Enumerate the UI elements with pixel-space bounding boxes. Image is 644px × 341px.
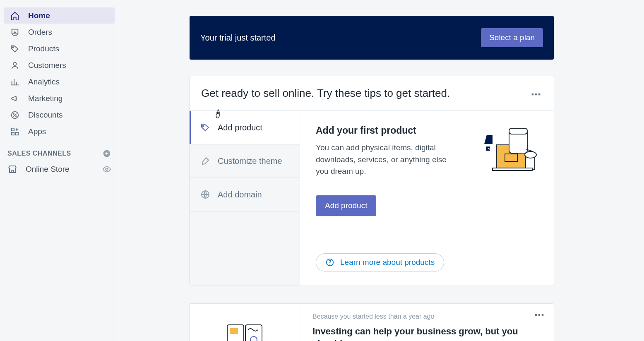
svg-point-13 xyxy=(203,125,204,127)
invest-meta: Because you started less than a year ago xyxy=(312,313,541,320)
svg-rect-26 xyxy=(245,325,262,341)
setup-card: Get ready to sell online. Try these tips… xyxy=(190,76,554,286)
setup-tabs: Add product Customize theme Add domain xyxy=(190,111,300,286)
setup-tab-label: Add domain xyxy=(218,190,262,199)
nav-label: Orders xyxy=(28,28,52,37)
setup-card-header: Get ready to sell online. Try these tips… xyxy=(190,76,554,111)
svg-point-19 xyxy=(525,151,536,158)
megaphone-icon xyxy=(10,94,20,103)
svg-point-9 xyxy=(106,168,108,170)
channel-online-store[interactable]: Online Store xyxy=(0,161,119,178)
nav-item-analytics[interactable]: Analytics xyxy=(4,74,115,90)
svg-rect-5 xyxy=(12,128,14,130)
nav-item-apps[interactable]: Apps xyxy=(4,123,115,139)
nav-item-marketing[interactable]: Marketing xyxy=(4,90,115,106)
add-channel-button[interactable] xyxy=(102,149,111,158)
setup-tab-label: Customize theme xyxy=(218,156,282,166)
setup-tab-add-product[interactable]: Add product xyxy=(190,111,300,144)
view-store-icon[interactable] xyxy=(102,165,111,174)
nav-item-discounts[interactable]: Discounts xyxy=(4,107,115,123)
nav-label: Discounts xyxy=(28,110,62,120)
setup-heading: Get ready to sell online. Try these tips… xyxy=(201,87,450,100)
setup-tab-add-domain[interactable]: Add domain xyxy=(190,178,300,211)
detail-title: Add your first product xyxy=(316,125,451,136)
home-icon xyxy=(10,11,20,21)
nav-label: Customers xyxy=(28,61,66,70)
svg-point-29 xyxy=(538,314,541,316)
setup-more-menu[interactable] xyxy=(530,88,542,99)
invest-illustration xyxy=(190,304,300,341)
learn-more-label: Learn more about products xyxy=(340,258,435,267)
nav-label: Analytics xyxy=(28,77,60,86)
learn-more-link[interactable]: Learn more about products xyxy=(316,253,444,271)
nav-list: Home Orders Products Customers Analytics xyxy=(0,7,119,139)
svg-point-3 xyxy=(13,113,14,114)
invest-card: Because you started less than a year ago… xyxy=(190,304,554,341)
inbox-icon xyxy=(10,27,20,37)
svg-point-11 xyxy=(535,93,537,95)
svg-point-12 xyxy=(538,93,541,95)
setup-tab-label: Add product xyxy=(218,123,262,132)
nav-item-customers[interactable]: Customers xyxy=(4,57,115,73)
tag-icon xyxy=(200,122,210,132)
sidebar: Home Orders Products Customers Analytics xyxy=(0,0,119,341)
invest-more-menu[interactable] xyxy=(533,309,545,319)
invest-title: Investing can help your business grow, b… xyxy=(312,325,541,341)
sales-channels-header: SALES CHANNELS xyxy=(0,140,119,161)
help-icon xyxy=(325,258,334,267)
nav-item-products[interactable]: Products xyxy=(4,41,115,57)
svg-point-23 xyxy=(329,264,330,265)
svg-point-4 xyxy=(16,115,17,116)
trial-banner: Your trial just started Select a plan xyxy=(190,16,554,60)
svg-rect-21 xyxy=(493,168,532,170)
svg-point-10 xyxy=(532,93,534,95)
brush-icon xyxy=(200,156,210,166)
select-plan-button[interactable]: Select a plan xyxy=(481,28,543,47)
tag-icon xyxy=(10,44,20,54)
nav-item-home[interactable]: Home xyxy=(4,7,115,24)
store-icon xyxy=(7,164,17,174)
bar-chart-icon xyxy=(10,77,20,87)
setup-detail: Add your first product You can add physi… xyxy=(300,111,554,286)
discount-icon xyxy=(10,110,20,120)
apps-icon xyxy=(10,127,20,137)
nav-item-orders[interactable]: Orders xyxy=(4,24,115,40)
svg-rect-6 xyxy=(16,132,18,134)
svg-point-1 xyxy=(13,62,16,65)
channel-label: Online Store xyxy=(26,165,70,174)
svg-rect-7 xyxy=(12,132,14,134)
nav-label: Marketing xyxy=(28,94,62,103)
trial-message: Your trial just started xyxy=(200,33,276,43)
svg-rect-18 xyxy=(509,128,527,134)
nav-label: Apps xyxy=(28,127,46,136)
setup-tab-customize-theme[interactable]: Customize theme xyxy=(190,144,300,178)
svg-point-0 xyxy=(12,46,14,48)
svg-rect-25 xyxy=(230,328,238,334)
channels-header-label: SALES CHANNELS xyxy=(7,150,71,157)
product-illustration xyxy=(468,125,538,179)
nav-label: Home xyxy=(28,11,50,20)
globe-icon xyxy=(200,190,210,199)
detail-body: You can add physical items, digital down… xyxy=(316,142,451,178)
nav-label: Products xyxy=(28,44,59,53)
svg-point-28 xyxy=(535,314,537,316)
add-product-button[interactable]: Add product xyxy=(316,195,376,216)
user-icon xyxy=(10,60,20,70)
main-content: Your trial just started Select a plan Ge… xyxy=(119,0,644,341)
svg-point-30 xyxy=(542,314,544,316)
